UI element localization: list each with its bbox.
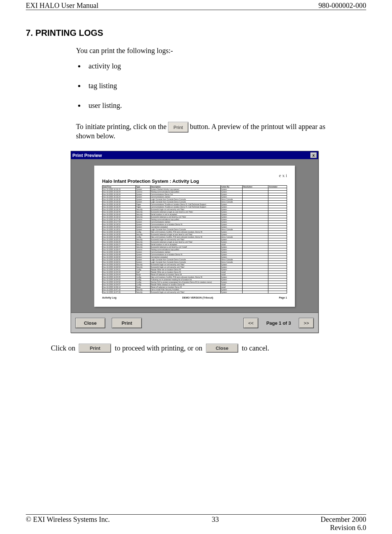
- table-cell: [243, 256, 268, 258]
- table-cell: [243, 203, 268, 206]
- table-cell: System: [220, 223, 243, 226]
- table-cell: Nov 16 2000 16:16:24: [102, 193, 136, 196]
- close-button-inline[interactable]: Close: [206, 344, 238, 353]
- prev-page-button[interactable]: <<: [243, 318, 258, 328]
- table-row: Nov 16 2000 16:26:50SystemLogin Console …: [102, 258, 287, 261]
- table-row: Nov 16 2000 16:26:48SystemCommunications…: [102, 253, 287, 256]
- table-cell: Config: [135, 278, 150, 281]
- table-cell: Login Console from Console Demo Console: [150, 261, 220, 263]
- table-cell: Comms: [135, 248, 150, 251]
- table-cell: [243, 248, 268, 251]
- table-cell: System: [220, 248, 243, 251]
- table-cell: Comms: [135, 191, 150, 193]
- table-cell: System: [220, 191, 243, 193]
- table-cell: [243, 218, 268, 221]
- next-page-button[interactable]: >>: [299, 318, 314, 328]
- table-row: Nov 16 2000 16:47:19SecurityDemo install…: [102, 289, 287, 291]
- close-button[interactable]: Close: [75, 318, 105, 328]
- table-cell: Communications Demo Out: [150, 193, 220, 196]
- table-cell: Security: [135, 233, 150, 236]
- table-cell: Demo Console: [220, 236, 243, 238]
- table-cell: [243, 261, 268, 263]
- intro-text: You can print the following logs:-: [76, 47, 366, 55]
- table-cell: System: [135, 201, 150, 203]
- table-cell: Pages: [135, 203, 150, 206]
- table-cell: Successful attempt to login at user leve…: [150, 233, 220, 236]
- table-cell: [268, 231, 287, 233]
- section-heading: 7. PRINTING LOGS: [26, 28, 366, 38]
- table-cell: [268, 201, 287, 203]
- table-row: Nov 16 2000 16:16:32SystemLogin Console …: [102, 201, 287, 203]
- table-cell: System: [220, 241, 243, 243]
- table-cell: Nov 16 2000 16:16:32: [102, 201, 136, 203]
- window-titlebar: Print Preview x: [71, 151, 318, 159]
- table-cell: [268, 188, 287, 191]
- table-cell: [243, 211, 268, 213]
- table-cell: [243, 221, 268, 223]
- table-cell: System: [135, 193, 150, 196]
- table-cell: Nov 16 2000 16:19:51: [102, 226, 136, 228]
- table-cell: [268, 263, 287, 266]
- table-cell: [243, 226, 268, 228]
- table-cell: Nov 16 2000 16:17:43: [102, 221, 136, 223]
- footer-page-number: 33: [212, 515, 219, 524]
- print-button-inline[interactable]: Print: [168, 122, 188, 133]
- text-fragment: To initiate printing, click on the: [76, 123, 167, 131]
- table-cell: [268, 211, 287, 213]
- table-cell: Nov 16 2000 16:26:27: [102, 243, 136, 246]
- table-cell: Demo Console: [220, 258, 243, 261]
- table-cell: System: [220, 206, 243, 208]
- table-cell: System: [220, 263, 243, 266]
- table-cell: Login Console from Console Demo Console: [150, 201, 220, 203]
- footer-date: December 2000: [321, 515, 366, 524]
- table-cell: Security: [135, 291, 150, 294]
- print-button[interactable]: Print: [112, 318, 142, 328]
- table-row: Nov 16 2000 16:26:48SystemCommunications…: [102, 251, 287, 253]
- table-cell: Nov 16 2000 16:16:24: [102, 191, 136, 193]
- table-cell: [268, 261, 287, 263]
- close-icon[interactable]: x: [310, 152, 317, 158]
- table-cell: [243, 193, 268, 196]
- table-cell: [243, 198, 268, 201]
- table-cell: Security: [135, 243, 150, 246]
- table-cell: Nov 16 2000 16:16:42: [102, 216, 136, 218]
- table-cell: [243, 268, 268, 271]
- table-cell: System Started Activity Log opened: [150, 188, 220, 191]
- table-cell: [268, 281, 287, 283]
- table-row: Nov 16 2000 16:19:51SystemConnection acc…: [102, 226, 287, 228]
- table-cell: [243, 286, 268, 289]
- table-cell: [268, 273, 287, 276]
- table-row: Nov 16 2000 16:16:42SecuritySuccessful a…: [102, 216, 287, 218]
- table-row: Nov 16 2000 16:26:47CommsTesting communi…: [102, 248, 287, 251]
- table-cell: Demo Console: [220, 228, 243, 231]
- table-cell: System: [135, 226, 150, 228]
- table-cell: Security: [135, 216, 150, 218]
- text-fragment: Click on: [51, 344, 75, 352]
- print-button-inline-2[interactable]: Print: [79, 344, 111, 353]
- table-row: Nov 16 2000 16:16:32PagesCommunications …: [102, 203, 287, 206]
- table-row: Nov 16 2000 16:26:51SecuritySuccessful l…: [102, 263, 287, 266]
- table-cell: Security: [135, 241, 150, 243]
- table-cell: System: [220, 289, 243, 291]
- table-cell: System: [220, 231, 243, 233]
- table-cell: System: [135, 198, 150, 201]
- table-cell: [243, 216, 268, 218]
- table-cell: Nov 16 2000 16:26:25: [102, 241, 136, 243]
- preview-viewport: e x i Halo Infant Protection System : Ac…: [71, 159, 318, 313]
- print-preview-window: Print Preview x e x i Halo Infant Protec…: [71, 151, 319, 333]
- table-cell: Nov 16 2000 16:34:52: [102, 278, 136, 281]
- table-cell: Nov 16 2000 16:34:57: [102, 283, 136, 286]
- table-cell: Successful attempt to unit level by unit…: [150, 246, 220, 248]
- table-cell: Serial location in unit is accepted: [150, 213, 220, 216]
- table-row: Nov 16 2000 16:16:24SystemCommunications…: [102, 196, 287, 198]
- table-cell: Communications started: [150, 221, 220, 223]
- table-cell: Nov 16 2000 16:16:30: [102, 198, 136, 201]
- footer-revision: Revision 6.0: [26, 524, 366, 532]
- table-cell: Install: [220, 286, 243, 289]
- table-cell: Staff: [135, 271, 150, 273]
- col-header: Action By: [220, 186, 243, 188]
- table-cell: [268, 258, 287, 261]
- table-cell: [243, 201, 268, 203]
- table-cell: New unit Inventory Conflict. P.M sent un…: [150, 231, 220, 233]
- table-cell: System: [220, 276, 243, 278]
